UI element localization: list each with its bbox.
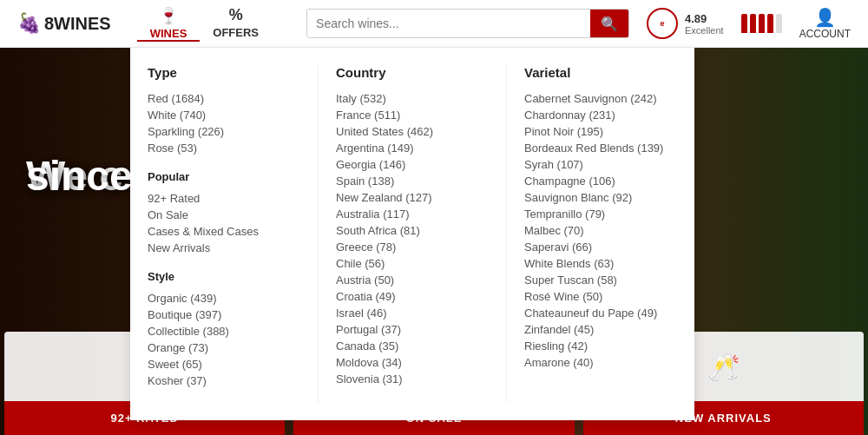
style-boutique[interactable]: Boutique (397): [148, 306, 300, 323]
search-button[interactable]: 🔍: [590, 10, 628, 37]
offers-icon: %: [229, 6, 243, 24]
varietal-rose-wine[interactable]: Rosé Wine (50): [524, 288, 677, 305]
country-heading: Country: [336, 65, 489, 80]
dropdown-menu: Type Red (1684) White (740) Sparkling (2…: [130, 48, 694, 420]
dropdown-col-country: Country Italy (532) France (511) United …: [319, 65, 507, 403]
varietal-pinot[interactable]: Pinot Noir (195): [524, 123, 677, 140]
style-kosher[interactable]: Kosher (37): [148, 372, 300, 389]
rating-circle: e: [647, 8, 678, 39]
varietal-malbec[interactable]: Malbec (70): [524, 222, 677, 239]
header: 🍇 8WINES 🍷 WINES % OFFERS 🔍 e 4.89 Excel…: [0, 0, 868, 48]
header-right: e 4.89 Excellent 👤 ACCOUNT: [647, 7, 851, 40]
nav-wines-label: WINES: [150, 27, 187, 40]
style-section: Style Organic (439) Boutique (397) Colle…: [148, 270, 300, 389]
popular-cases[interactable]: Cases & Mixed Cases: [148, 223, 300, 240]
dropdown-col-type: Type Red (1684) White (740) Sparkling (2…: [130, 65, 319, 403]
popular-rated[interactable]: 92+ Rated: [148, 190, 300, 207]
varietal-saperavi[interactable]: Saperavi (66): [524, 239, 677, 255]
logo-icon: 🍇: [17, 12, 41, 35]
country-greece[interactable]: Greece (78): [336, 239, 489, 255]
rating-badge: e 4.89 Excellent: [647, 8, 724, 39]
style-heading: Style: [148, 270, 300, 283]
varietal-syrah[interactable]: Syrah (107): [524, 156, 677, 173]
search-bar: 🔍: [306, 9, 629, 38]
country-south-africa[interactable]: South Africa (81): [336, 222, 489, 239]
rating-label: Excellent: [685, 25, 724, 36]
country-moldova[interactable]: Moldova (34): [336, 354, 489, 371]
account-label: ACCOUNT: [799, 28, 851, 40]
style-sweet[interactable]: Sweet (65): [148, 356, 300, 372]
country-spain[interactable]: Spain (138): [336, 173, 489, 189]
bottle-5: [776, 14, 782, 33]
type-sparkling[interactable]: Sparkling (226): [148, 123, 300, 140]
country-us[interactable]: United States (462): [336, 123, 489, 140]
arrivals-wine-icon: 🥂: [707, 352, 740, 382]
account-icon: 👤: [814, 7, 836, 28]
country-slovenia[interactable]: Slovenia (31): [336, 371, 489, 387]
type-red[interactable]: Red (1684): [148, 90, 300, 107]
type-heading: Type: [148, 65, 300, 80]
main-nav: 🍷 WINES % OFFERS: [137, 6, 272, 42]
varietal-cab[interactable]: Cabernet Sauvignon (242): [524, 90, 677, 107]
country-france[interactable]: France (511): [336, 107, 489, 123]
popular-heading: Popular: [148, 170, 300, 183]
varietal-chard[interactable]: Chardonnay (231): [524, 107, 677, 123]
varietal-heading: Varietal: [524, 65, 677, 80]
varietal-super-tuscan[interactable]: Super Tuscan (58): [524, 272, 677, 288]
varietal-tempranillo[interactable]: Tempranillo (79): [524, 206, 677, 222]
popular-sale[interactable]: On Sale: [148, 207, 300, 223]
popular-arrivals[interactable]: New Arrivals: [148, 240, 300, 256]
country-israel[interactable]: Israel (46): [336, 305, 489, 321]
country-georgia[interactable]: Georgia (146): [336, 156, 489, 173]
rating-info: 4.89 Excellent: [685, 12, 724, 36]
country-italy[interactable]: Italy (532): [336, 90, 489, 107]
country-canada[interactable]: Canada (35): [336, 338, 489, 354]
country-austria[interactable]: Austria (50): [336, 272, 489, 288]
bottle-2: [750, 14, 756, 33]
country-australia[interactable]: Australia (117): [336, 206, 489, 222]
logo[interactable]: 🍇 8WINES: [17, 12, 111, 35]
country-argentina[interactable]: Argentina (149): [336, 140, 489, 156]
varietal-white-blends[interactable]: White Blends (63): [524, 255, 677, 272]
type-white[interactable]: White (740): [148, 107, 300, 123]
varietal-zinfandel[interactable]: Zinfandel (45): [524, 321, 677, 338]
varietal-champagne[interactable]: Champagne (106): [524, 173, 677, 189]
rating-score: 4.89: [685, 12, 724, 25]
varietal-chateauneuf[interactable]: Chateauneuf du Pape (49): [524, 305, 677, 321]
country-nz[interactable]: New Zealand (127): [336, 189, 489, 206]
rating-e-label: e: [661, 19, 665, 28]
search-input[interactable]: [307, 10, 590, 37]
nav-offers[interactable]: % OFFERS: [200, 6, 272, 41]
dropdown-col-varietal: Varietal Cabernet Sauvignon (242) Chardo…: [507, 65, 694, 403]
country-croatia[interactable]: Croatia (49): [336, 288, 489, 305]
bottles-display: [741, 14, 782, 33]
style-organic[interactable]: Organic (439): [148, 290, 300, 306]
varietal-bdx[interactable]: Bordeaux Red Blends (139): [524, 140, 677, 156]
logo-text: 8WINES: [44, 14, 111, 34]
wines-icon: 🍷: [159, 6, 178, 25]
type-rose[interactable]: Rose (53): [148, 140, 300, 156]
nav-offers-label: OFFERS: [213, 26, 259, 39]
style-collectible[interactable]: Collectible (388): [148, 323, 300, 339]
country-chile[interactable]: Chile (56): [336, 255, 489, 272]
country-portugal[interactable]: Portugal (37): [336, 321, 489, 338]
varietal-sauv[interactable]: Sauvignon Blanc (92): [524, 189, 677, 206]
popular-section: Popular 92+ Rated On Sale Cases & Mixed …: [148, 170, 300, 256]
type-section: Type Red (1684) White (740) Sparkling (2…: [148, 65, 300, 156]
nav-wines[interactable]: 🍷 WINES: [137, 6, 201, 42]
style-orange[interactable]: Orange (73): [148, 339, 300, 356]
account-button[interactable]: 👤 ACCOUNT: [799, 7, 851, 40]
bottle-3: [759, 14, 765, 33]
bottle-1: [741, 14, 747, 33]
varietal-amarone[interactable]: Amarone (40): [524, 354, 677, 371]
varietal-riesling[interactable]: Riesling (42): [524, 338, 677, 354]
bottle-4: [767, 14, 773, 33]
